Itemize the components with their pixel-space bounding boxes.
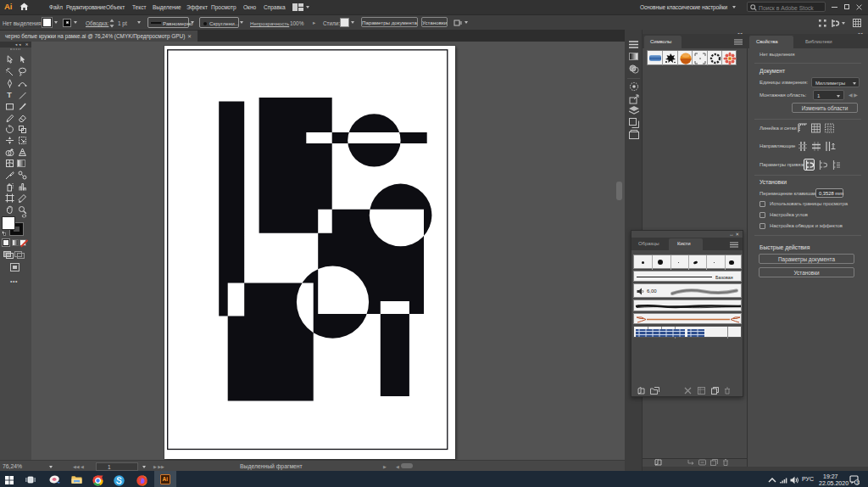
svg-text:3: 3 (856, 480, 859, 485)
